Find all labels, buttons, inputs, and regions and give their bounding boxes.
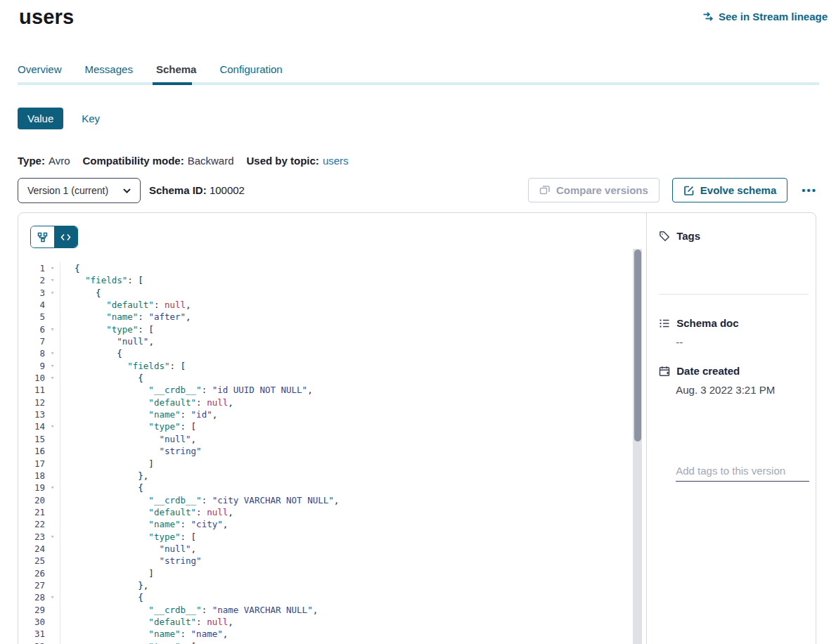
schema-panel: 1▾{2▾ "fields": [3▾ {4 "default": null,5… [18, 212, 816, 644]
code-line: 25 "string" [18, 555, 629, 567]
see-in-stream-lineage-link[interactable]: See in Stream lineage [702, 11, 828, 22]
code-text: "default": null, [60, 397, 233, 408]
code-text: "name": "city", [60, 518, 228, 530]
tree-view-icon [37, 232, 48, 243]
line-number: 16 [18, 445, 45, 457]
fold-gutter [45, 311, 60, 323]
line-number: 14 [18, 420, 45, 432]
schema-editor: 1▾{2▾ "fields": [3▾ {4 "default": null,5… [18, 213, 646, 644]
sidebar-divider [659, 294, 809, 295]
code-text: { [60, 287, 101, 299]
fold-gutter [45, 470, 60, 482]
fold-arrow-icon[interactable]: ▾ [45, 640, 60, 644]
fold-arrow-icon[interactable]: ▾ [45, 591, 60, 603]
line-number: 8 [18, 347, 45, 359]
tags-section-header: Tags [659, 230, 700, 242]
compare-versions-label: Compare versions [556, 184, 648, 196]
value-tab-button[interactable]: Value [18, 108, 63, 129]
fold-arrow-icon[interactable]: ▾ [45, 482, 60, 494]
more-actions-button[interactable]: ••• [800, 181, 818, 199]
line-number: 1 [18, 262, 45, 274]
fold-arrow-icon[interactable]: ▾ [45, 347, 60, 359]
fold-gutter [45, 628, 60, 640]
code-text: ] [60, 458, 154, 470]
code-text: { [60, 262, 80, 274]
tree-view-button[interactable] [31, 226, 54, 247]
line-number: 7 [18, 335, 45, 347]
version-select[interactable]: Version 1 (current) [18, 178, 141, 203]
schema-details-sidebar: Tags Schema doc -- [646, 213, 816, 644]
code-line: 5 "name": "after", [18, 311, 629, 323]
code-text: ] [60, 567, 154, 579]
line-number: 29 [18, 604, 45, 616]
code-text: "type": [ [60, 420, 196, 432]
fold-gutter [45, 506, 60, 518]
schema-meta-row: Type:AvroCompatibility mode:BackwardUsed… [18, 155, 349, 167]
schema-id-label: Schema ID: [149, 184, 207, 196]
line-number: 23 [18, 531, 45, 543]
tab-track [18, 82, 819, 85]
fold-gutter [45, 518, 60, 530]
code-text: "fields": [ [60, 274, 143, 286]
date-created-value: Aug. 3 2022 3:21 PM [676, 384, 775, 396]
code-view-button[interactable] [54, 226, 77, 247]
fold-arrow-icon[interactable]: ▾ [45, 262, 60, 274]
fold-arrow-icon[interactable]: ▾ [45, 323, 60, 335]
schema-doc-title: Schema doc [676, 317, 738, 329]
line-number: 5 [18, 311, 45, 323]
code-line: 15 "null", [18, 433, 629, 445]
fold-arrow-icon[interactable]: ▾ [45, 531, 60, 543]
fold-gutter [45, 445, 60, 457]
code-line: 10▾ { [18, 372, 629, 384]
code-line: 3▾ { [18, 287, 629, 299]
code-line: 22 "name": "city", [18, 518, 629, 530]
stream-lineage-icon [702, 11, 714, 22]
scrollbar-thumb[interactable] [634, 250, 641, 442]
code-line: 16 "string" [18, 445, 629, 457]
fold-arrow-icon[interactable]: ▾ [45, 360, 60, 372]
code-text: "name": "after", [60, 311, 191, 323]
meta-item: Type:Avro [18, 155, 70, 167]
code-text: { [60, 482, 143, 494]
topic-link[interactable]: users [323, 155, 349, 167]
add-tags-input[interactable] [676, 461, 809, 482]
line-number: 3 [18, 287, 45, 299]
fold-arrow-icon[interactable]: ▾ [45, 287, 60, 299]
line-number: 28 [18, 591, 45, 603]
line-number: 18 [18, 470, 45, 482]
code-line: 30 "default": null, [18, 616, 629, 628]
key-tab-button[interactable]: Key [82, 112, 100, 124]
line-number: 26 [18, 567, 45, 579]
code-line: 9▾ "fields": [ [18, 360, 629, 372]
fold-gutter [45, 579, 60, 591]
line-number: 20 [18, 494, 45, 506]
meta-label: Compatibility mode: [82, 155, 184, 167]
fold-gutter [45, 494, 60, 506]
line-number: 19 [18, 482, 45, 494]
code-text: { [60, 347, 122, 359]
line-number: 25 [18, 555, 45, 567]
fold-gutter [45, 299, 60, 311]
code-text: }, [60, 470, 148, 482]
code-text: "__crdb__": "city VARCHAR NOT NULL", [60, 494, 339, 506]
code-view-icon [60, 232, 71, 243]
code-text: "name": "id", [60, 408, 217, 420]
schema-page: users See in Stream lineage OverviewMess… [0, 0, 836, 644]
code-text: "__crdb__": "name VARCHAR NULL", [60, 604, 318, 616]
fold-arrow-icon[interactable]: ▾ [45, 274, 60, 286]
editor-scrollbar[interactable] [633, 249, 642, 644]
compare-versions-button[interactable]: Compare versions [528, 178, 660, 202]
tab-active-indicator [153, 82, 192, 85]
fold-gutter [45, 543, 60, 555]
fold-arrow-icon[interactable]: ▾ [45, 420, 60, 432]
code-line: 17 ] [18, 458, 629, 470]
code-lines[interactable]: 1▾{2▾ "fields": [3▾ {4 "default": null,5… [18, 262, 629, 644]
code-line: 29 "__crdb__": "name VARCHAR NULL", [18, 604, 629, 616]
date-created-title: Date created [676, 365, 740, 377]
code-line: 19▾ { [18, 482, 629, 494]
fold-gutter [45, 335, 60, 347]
fold-arrow-icon[interactable]: ▾ [45, 372, 60, 384]
code-line: 12 "default": null, [18, 397, 629, 408]
evolve-schema-button[interactable]: Evolve schema [672, 178, 787, 202]
calendar-icon [659, 366, 670, 377]
